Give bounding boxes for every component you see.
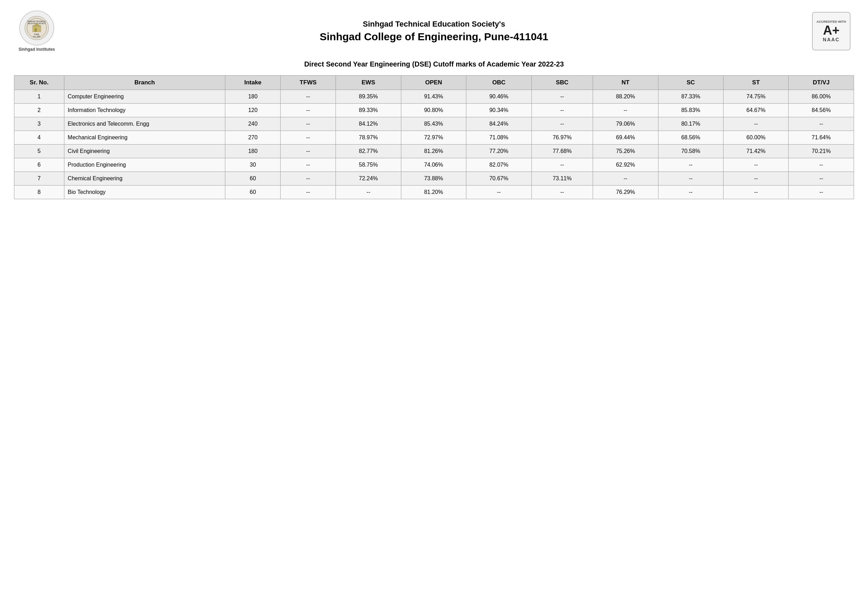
table-cell: 80.17% <box>658 117 723 131</box>
logo-left: SINHGAD TECHNICAL EDUCATION SOCIETY PUNE… <box>14 11 59 52</box>
table-cell: -- <box>281 90 336 104</box>
col-header-tfws: TFWS <box>281 76 336 90</box>
col-header-obc: OBC <box>467 76 532 90</box>
table-cell: Civil Engineering <box>64 145 225 158</box>
table-cell: -- <box>789 172 854 185</box>
table-cell: 7 <box>14 172 64 185</box>
table-cell: 270 <box>225 131 281 145</box>
header-title: Sinhgad College of Engineering, Pune-411… <box>67 31 801 43</box>
table-cell: Electronics and Telecomm. Engg <box>64 117 225 131</box>
table-cell: 77.20% <box>467 145 532 158</box>
table-cell: -- <box>789 158 854 172</box>
table-cell: 180 <box>225 145 281 158</box>
table-cell: 8 <box>14 185 64 199</box>
table-cell: 70.58% <box>658 145 723 158</box>
table-row: 5Civil Engineering180--82.77%81.26%77.20… <box>14 145 854 158</box>
table-cell: 84.56% <box>789 104 854 117</box>
table-cell: -- <box>281 104 336 117</box>
table-cell: 88.20% <box>593 90 658 104</box>
table-cell: 64.67% <box>724 104 789 117</box>
svg-text:Est. 1993: Est. 1993 <box>33 36 40 37</box>
col-header-sc: SC <box>658 76 723 90</box>
table-cell: 89.33% <box>336 104 401 117</box>
table-cell: -- <box>281 158 336 172</box>
col-header-branch: Branch <box>64 76 225 90</box>
table-cell: 71.08% <box>467 131 532 145</box>
table-cell: 90.46% <box>467 90 532 104</box>
table-cell: -- <box>336 185 401 199</box>
col-header-nt: NT <box>593 76 658 90</box>
table-cell: -- <box>724 158 789 172</box>
table-header-row: Sr. No. Branch Intake TFWS EWS OPEN OBC … <box>14 76 854 90</box>
page-header: SINHGAD TECHNICAL EDUCATION SOCIETY PUNE… <box>14 11 854 52</box>
col-header-dtvj: DT/VJ <box>789 76 854 90</box>
table-cell: 73.88% <box>401 172 466 185</box>
table-cell: 75.26% <box>593 145 658 158</box>
table-cell: -- <box>724 117 789 131</box>
svg-text:PUNE: PUNE <box>34 33 40 35</box>
header-subtitle: Sinhgad Technical Education Society's <box>67 20 801 29</box>
table-row: 3Electronics and Telecomm. Engg240--84.1… <box>14 117 854 131</box>
table-cell: 91.43% <box>401 90 466 104</box>
table-cell: 68.56% <box>658 131 723 145</box>
table-cell: 58.75% <box>336 158 401 172</box>
logo-right: ACCREDITED WITH A+ NAAC <box>809 12 854 50</box>
table-cell: 5 <box>14 145 64 158</box>
table-cell: 73.11% <box>532 172 593 185</box>
table-cell: 71.42% <box>724 145 789 158</box>
page-subtitle: Direct Second Year Engineering (DSE) Cut… <box>14 60 854 68</box>
table-cell: -- <box>789 185 854 199</box>
table-row: 1Computer Engineering180--89.35%91.43%90… <box>14 90 854 104</box>
table-cell: 79.06% <box>593 117 658 131</box>
logo-label: Sinhgad Institutes <box>19 47 55 52</box>
table-cell: 81.26% <box>401 145 466 158</box>
table-cell: -- <box>281 185 336 199</box>
table-cell: 180 <box>225 90 281 104</box>
table-cell: -- <box>532 185 593 199</box>
table-cell: -- <box>658 158 723 172</box>
col-header-open: OPEN <box>401 76 466 90</box>
col-header-srno: Sr. No. <box>14 76 64 90</box>
table-cell: -- <box>724 185 789 199</box>
table-cell: -- <box>532 90 593 104</box>
table-cell: 72.24% <box>336 172 401 185</box>
table-cell: 78.97% <box>336 131 401 145</box>
table-cell: 84.24% <box>467 117 532 131</box>
table-cell: -- <box>532 158 593 172</box>
table-cell: 60 <box>225 172 281 185</box>
table-cell: 240 <box>225 117 281 131</box>
table-cell: Information Technology <box>64 104 225 117</box>
table-row: 2Information Technology120--89.33%90.80%… <box>14 104 854 117</box>
col-header-ews: EWS <box>336 76 401 90</box>
table-cell: -- <box>467 185 532 199</box>
table-cell: -- <box>658 172 723 185</box>
table-cell: -- <box>593 104 658 117</box>
table-cell: 82.77% <box>336 145 401 158</box>
naac-grade: A+ <box>823 24 839 37</box>
col-header-st: ST <box>724 76 789 90</box>
table-cell: 3 <box>14 117 64 131</box>
table-cell: 82.07% <box>467 158 532 172</box>
table-cell: 6 <box>14 158 64 172</box>
naac-label: NAAC <box>823 37 840 42</box>
table-cell: 85.43% <box>401 117 466 131</box>
table-cell: -- <box>281 145 336 158</box>
table-cell: 74.06% <box>401 158 466 172</box>
table-cell: 90.34% <box>467 104 532 117</box>
table-cell: -- <box>281 131 336 145</box>
header-center: Sinhgad Technical Education Society's Si… <box>59 20 809 43</box>
table-cell: 120 <box>225 104 281 117</box>
table-cell: Production Engineering <box>64 158 225 172</box>
table-cell: 86.00% <box>789 90 854 104</box>
table-cell: -- <box>724 172 789 185</box>
table-cell: -- <box>532 104 593 117</box>
table-cell: 76.97% <box>532 131 593 145</box>
table-cell: -- <box>281 117 336 131</box>
table-cell: 87.33% <box>658 90 723 104</box>
table-cell: 70.67% <box>467 172 532 185</box>
table-cell: 85.83% <box>658 104 723 117</box>
table-cell: 77.68% <box>532 145 593 158</box>
sinhgad-logo: SINHGAD TECHNICAL EDUCATION SOCIETY PUNE… <box>19 11 54 45</box>
table-cell: 84.12% <box>336 117 401 131</box>
table-cell: Computer Engineering <box>64 90 225 104</box>
